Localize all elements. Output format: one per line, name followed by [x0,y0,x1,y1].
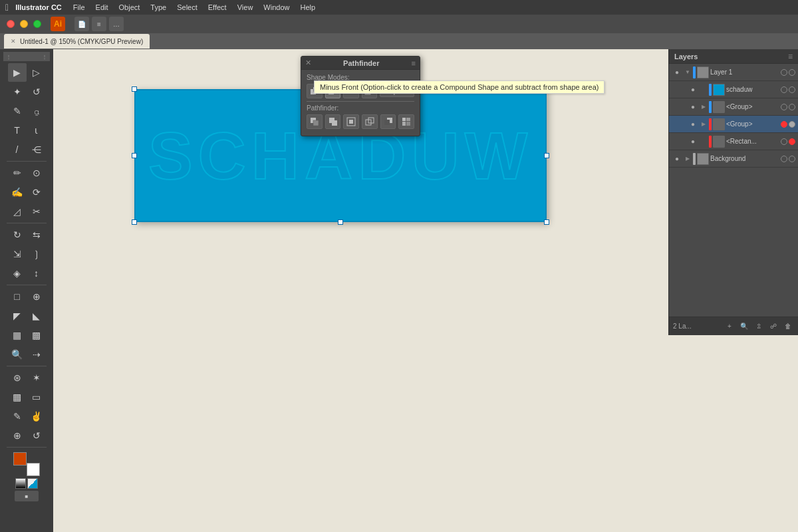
layer-target-background[interactable] [781,156,787,162]
free-transform-tool[interactable]: □ [8,287,27,306]
handle-bottom-center[interactable] [338,219,343,225]
foreground-color-swatch[interactable] [13,452,27,466]
add-layer-button[interactable]: + [724,321,735,332]
mesh-tool[interactable]: ▦ [8,326,27,344]
arrange-icon[interactable]: ≡ [92,17,106,31]
magic-wand-tool[interactable]: ✦ [8,82,27,101]
eyedropper-tool[interactable]: 🔍 [8,345,27,364]
draw-mode-icon[interactable]: ■ [15,491,39,501]
menu-type[interactable]: Type [146,2,171,13]
menu-object[interactable]: Object [114,2,145,13]
scale-tool[interactable]: ⇲ [8,245,27,263]
toolbar-expand-icon[interactable]: ⋮ [42,54,47,60]
pen-tool[interactable]: ✎ [8,102,27,120]
layer-eye-background[interactable]: ● [672,154,682,164]
rotate-tool[interactable]: ↻ [8,225,27,244]
artboard-tool[interactable]: ▭ [27,388,46,406]
column-graph-tool[interactable]: ▩ [8,388,27,406]
layer-arrow-rectan[interactable] [700,138,708,146]
width-tool[interactable]: ↕ [27,264,46,283]
selection-tool[interactable]: ▶ [8,63,27,82]
layer-selection-rectan[interactable] [789,138,795,145]
measure-tool[interactable]: ⇢ [27,345,46,364]
close-tab-icon[interactable]: ✕ [11,38,16,45]
collect-in-layer-button[interactable]: ☍ [767,321,779,332]
layer-arrow-group1[interactable]: ▶ [700,103,708,111]
delete-layer-button[interactable]: 🗑 [782,321,794,332]
divide-button[interactable] [398,114,414,129]
rotate-view-tool[interactable]: ↺ [27,426,46,445]
layer-target-schaduw[interactable] [781,86,787,93]
layer-eye-layer1[interactable]: ● [672,67,682,78]
direct-selection-tool[interactable]: ▷ [27,63,46,82]
maximize-button[interactable] [33,20,41,28]
libraries-icon[interactable]: 📄 [74,17,89,31]
menu-edit[interactable]: Edit [91,2,113,13]
toolbar-collapse-icon[interactable]: ⋮ [6,54,11,60]
layer-row-rectan[interactable]: ● <Rectan... [669,133,798,150]
handle-middle-right[interactable] [544,153,549,158]
minus-back-button[interactable] [380,114,396,129]
layer-target-group1[interactable] [781,104,787,110]
layer-eye-group2[interactable]: ● [688,119,698,130]
layer-target-rectan[interactable] [781,138,787,145]
merge-button[interactable] [325,114,341,129]
eraser-tool[interactable]: ◿ [8,202,27,221]
slice-tool[interactable]: ✎ [8,407,27,426]
layer-arrow-layer1[interactable]: ▼ [684,68,692,76]
pathfinder-close-icon[interactable]: ✕ [305,59,311,67]
layer-arrow-group2[interactable]: ▶ [700,120,708,128]
layer-row-layer1[interactable]: ● ▼ Layer 1 [669,64,798,81]
menu-help[interactable]: Help [295,2,320,13]
menu-select[interactable]: Select [172,2,202,13]
smooth-tool[interactable]: ⟳ [27,183,46,201]
arc-tool[interactable]: ⋲ [27,140,46,159]
warp-tool[interactable]: ◈ [8,264,27,283]
layer-selection-group2[interactable] [789,121,795,128]
symbol-tool[interactable]: ✶ [27,368,46,387]
none-icon[interactable] [15,478,26,489]
hand-tool[interactable]: ✌ [27,407,46,426]
shape-builder-tool[interactable]: ⊕ [27,287,46,306]
document-tab[interactable]: ✕ Untitled-1 @ 150% (CMYK/GPU Preview) [4,34,150,49]
layer-eye-schaduw[interactable]: ● [688,84,698,95]
perspective-tool[interactable]: ◤ [8,307,27,325]
menu-effect[interactable]: Effect [203,2,231,13]
blend-tool[interactable]: ⊛ [8,368,27,387]
menu-view[interactable]: View [233,2,258,13]
background-color-swatch[interactable] [27,463,40,476]
pathfinder-menu-icon[interactable]: ≡ [412,59,416,67]
gradient-tool[interactable]: ▩ [27,326,46,344]
layer-row-group2[interactable]: ● ▶ <Group> [669,116,798,133]
layer-row-background[interactable]: ● ▶ Background [669,150,798,168]
outline-button[interactable] [362,114,378,129]
layer-arrow-schaduw[interactable] [700,86,708,94]
layers-menu-icon[interactable]: ≡ [788,52,793,61]
trim-button[interactable] [307,114,323,129]
layer-row-schaduw[interactable]: ● schaduw [669,81,798,98]
line-tool[interactable]: / [8,140,27,159]
touch-type-tool[interactable]: ⍳ [27,121,46,140]
crop-button[interactable] [343,114,359,129]
type-tool[interactable]: T [8,121,27,140]
zoom-tool[interactable]: ⊕ [8,426,27,445]
layer-target-group2[interactable] [781,121,787,128]
menu-file[interactable]: File [68,2,90,13]
layer-target-layer1[interactable] [781,69,787,76]
blob-brush-tool[interactable]: ⊙ [27,164,46,182]
search-layers-button[interactable]: 🔍 [738,321,750,332]
layer-selection-group1[interactable] [789,104,795,110]
lasso-tool[interactable]: ↺ [27,82,46,101]
layer-row-group1[interactable]: ● ▶ <Group> [669,98,798,116]
curvature-tool[interactable]: ⍶ [27,102,46,120]
shear-tool[interactable]: ❳ [27,245,46,263]
reflect-tool[interactable]: ⇆ [27,225,46,244]
close-button[interactable] [7,20,15,28]
layer-eye-rectan[interactable]: ● [688,136,698,147]
layer-eye-group1[interactable]: ● [688,102,698,112]
layer-selection-schaduw[interactable] [789,86,795,93]
move-selection-button[interactable]: ⇫ [753,321,765,332]
workspace-icon[interactable]: … [109,17,124,31]
handle-middle-left[interactable] [132,153,137,158]
layer-arrow-background[interactable]: ▶ [684,155,692,163]
